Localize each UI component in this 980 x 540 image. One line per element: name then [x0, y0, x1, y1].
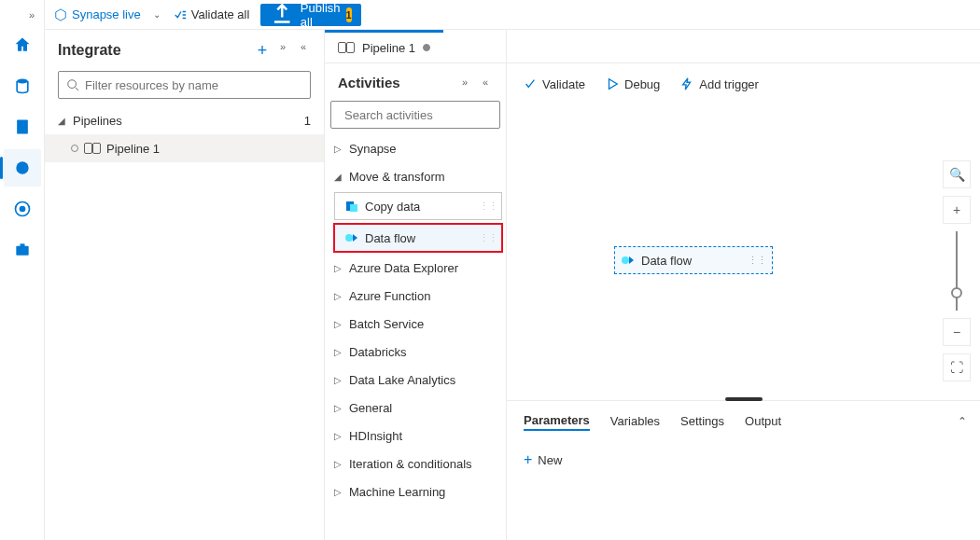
- group-hdinsight[interactable]: ▷HDInsight: [325, 422, 506, 450]
- checklist-icon: [174, 8, 187, 21]
- fit-button[interactable]: ⛶: [943, 353, 971, 381]
- debug-button[interactable]: Debug: [606, 77, 660, 91]
- tab-pipeline1[interactable]: Pipeline 1: [325, 30, 443, 62]
- tab-parameters[interactable]: Parameters: [524, 413, 590, 431]
- add-button[interactable]: +: [255, 41, 270, 61]
- zoom-in-button[interactable]: +: [943, 196, 971, 224]
- svg-rect-12: [350, 204, 357, 212]
- publish-count-badge: 1: [346, 7, 352, 22]
- unsaved-indicator: [71, 145, 78, 152]
- activities-panel: Pipeline 1 Activities » « ▷Synapse ◢M: [325, 30, 507, 540]
- activities-search[interactable]: [330, 101, 500, 129]
- caret-down-icon: ◢: [58, 116, 67, 126]
- group-azure-function[interactable]: ▷Azure Function: [325, 282, 506, 310]
- pipeline-icon: [84, 143, 101, 154]
- group-iteration[interactable]: ▷Iteration & conditionals: [325, 450, 506, 478]
- rail-develop[interactable]: [4, 108, 41, 145]
- pipeline-canvas[interactable]: Data flow⋮⋮ 🔍 + − ⛶: [507, 104, 980, 400]
- rail-manage[interactable]: [4, 231, 41, 269]
- activities-title: Activities: [338, 75, 400, 90]
- plus-icon: +: [524, 451, 532, 468]
- top-bar: Synapse live ⌄ Validate all Publish all …: [45, 0, 980, 30]
- rail-home[interactable]: [4, 26, 41, 63]
- editor-tabs: Pipeline 1: [325, 30, 506, 63]
- integrate-panel: Integrate + » « ◢ Pipelines 1: [45, 30, 325, 540]
- group-synapse[interactable]: ▷Synapse: [325, 134, 506, 162]
- group-batch[interactable]: ▷Batch Service: [325, 310, 506, 338]
- tab-settings[interactable]: Settings: [680, 414, 724, 430]
- search-canvas-button[interactable]: 🔍: [943, 160, 971, 188]
- zoom-slider[interactable]: [956, 231, 958, 311]
- modified-dot-icon: [423, 44, 430, 51]
- svg-point-4: [19, 206, 25, 213]
- group-ml[interactable]: ▷Machine Learning: [325, 478, 506, 505]
- activity-data-flow[interactable]: Data flow⋮⋮: [334, 224, 502, 252]
- rail-expand-icon[interactable]: »: [0, 6, 44, 24]
- zoom-controls: 🔍 + − ⛶: [943, 160, 971, 381]
- rail-monitor[interactable]: [4, 190, 41, 228]
- tab-output[interactable]: Output: [745, 414, 781, 430]
- check-icon: [524, 77, 537, 90]
- rail-data[interactable]: [4, 67, 41, 104]
- collapse-panel-icon[interactable]: «: [478, 76, 493, 88]
- svg-rect-6: [20, 243, 24, 246]
- hexagon-icon: [54, 8, 67, 21]
- add-trigger-button[interactable]: Add trigger: [680, 77, 759, 91]
- pipeline-icon: [338, 42, 355, 53]
- expand-all-icon[interactable]: »: [457, 76, 472, 88]
- new-parameter-button[interactable]: + New: [524, 451, 963, 468]
- group-databricks[interactable]: ▷Databricks: [325, 338, 506, 366]
- svg-point-14: [622, 256, 629, 264]
- workspace-label: Synapse live: [72, 7, 141, 21]
- lightning-icon: [680, 77, 693, 90]
- upload-icon: [270, 2, 295, 27]
- zoom-knob[interactable]: [951, 287, 962, 298]
- svg-point-0: [17, 79, 28, 84]
- integrate-search-input[interactable]: [85, 78, 302, 92]
- group-move-transform[interactable]: ◢Move & transform: [325, 162, 506, 190]
- svg-rect-1: [17, 120, 28, 134]
- collapse-panel-icon[interactable]: «: [296, 41, 311, 61]
- properties-panel: ⌄ Parameters Variables Settings Output +…: [507, 400, 980, 540]
- play-icon: [606, 77, 619, 90]
- integrate-title: Integrate: [58, 42, 121, 59]
- activities-search-input[interactable]: [344, 108, 501, 122]
- pipeline-canvas-area: Validate Debug Add trigger Data flow⋮⋮ 🔍…: [507, 30, 980, 540]
- svg-line-8: [76, 88, 79, 91]
- svg-rect-5: [16, 246, 28, 256]
- left-rail: »: [0, 0, 45, 540]
- resize-handle[interactable]: [725, 397, 763, 401]
- data-flow-icon: [621, 253, 636, 268]
- tab-variables[interactable]: Variables: [610, 414, 660, 430]
- zoom-out-button[interactable]: −: [943, 318, 971, 346]
- canvas-node-dataflow[interactable]: Data flow⋮⋮: [614, 246, 773, 274]
- rail-integrate[interactable]: [4, 149, 41, 187]
- chevron-down-icon: ⌄: [153, 9, 162, 20]
- collapse-props-icon[interactable]: ⌄: [958, 414, 967, 427]
- group-general[interactable]: ▷General: [325, 394, 506, 422]
- validate-button[interactable]: Validate: [524, 77, 585, 91]
- pipelines-section[interactable]: ◢ Pipelines 1: [45, 106, 324, 134]
- activity-copy-data[interactable]: Copy data⋮⋮: [334, 192, 502, 220]
- group-ade[interactable]: ▷Azure Data Explorer: [325, 254, 506, 282]
- integrate-search[interactable]: [58, 71, 311, 99]
- group-dla[interactable]: ▷Data Lake Analytics: [325, 366, 506, 394]
- pipeline-item[interactable]: Pipeline 1: [45, 134, 324, 162]
- pipelines-count: 1: [304, 114, 311, 128]
- svg-point-13: [345, 234, 353, 242]
- expand-all-icon[interactable]: »: [275, 41, 290, 61]
- data-flow-icon: [344, 230, 359, 245]
- svg-point-7: [68, 80, 77, 89]
- canvas-toolbar: Validate Debug Add trigger: [507, 63, 980, 104]
- svg-point-2: [16, 161, 28, 173]
- publish-all-button[interactable]: Publish all 1: [260, 4, 360, 26]
- validate-all-button[interactable]: Validate all: [174, 7, 250, 21]
- search-icon: [66, 78, 79, 91]
- copy-data-icon: [344, 199, 359, 214]
- workspace-dropdown[interactable]: Synapse live ⌄: [54, 7, 162, 21]
